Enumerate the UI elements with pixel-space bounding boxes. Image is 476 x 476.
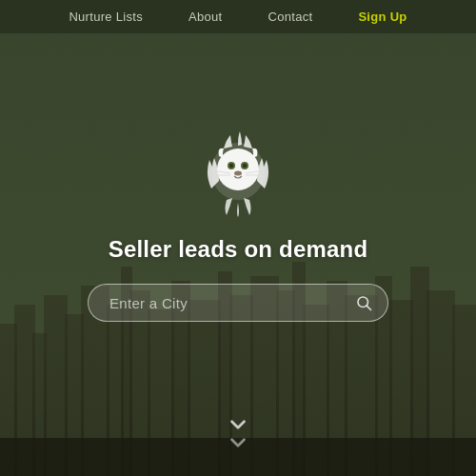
svg-point-31 (243, 164, 247, 168)
svg-point-32 (234, 171, 242, 176)
search-icon (355, 294, 372, 311)
nav-signup[interactable]: Sign Up (358, 10, 407, 24)
search-button[interactable] (355, 294, 372, 311)
svg-point-30 (229, 164, 233, 168)
search-bar (88, 284, 388, 322)
svg-line-38 (367, 306, 370, 309)
hero-content: Seller leads on demand (88, 25, 388, 476)
scroll-down-indicator[interactable] (226, 412, 250, 455)
hero-container: Nurture Lists About Contact Sign Up (0, 0, 476, 476)
svg-point-27 (217, 149, 259, 190)
chevron-down-icon-2 (226, 430, 250, 455)
city-search-input[interactable] (109, 295, 347, 311)
nav-nurture-lists[interactable]: Nurture Lists (69, 10, 143, 24)
lion-logo (190, 122, 286, 217)
nav-about[interactable]: About (188, 10, 222, 24)
nav-contact[interactable]: Contact (268, 10, 312, 24)
hero-title: Seller leads on demand (109, 236, 368, 263)
